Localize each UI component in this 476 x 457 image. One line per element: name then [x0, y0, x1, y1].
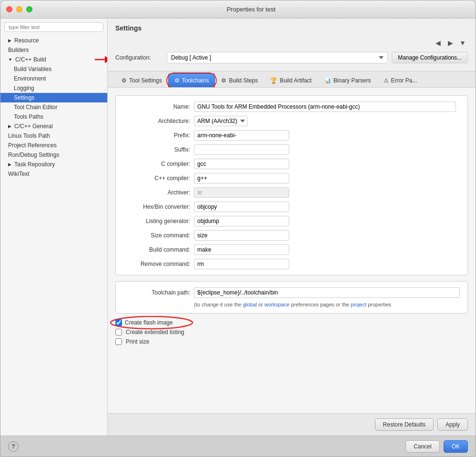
- sidebar-item-label: Tools Paths: [14, 113, 43, 120]
- sidebar-item-label: Environment: [14, 75, 46, 82]
- window: Properties for test ▶ Resource Builders …: [0, 0, 476, 457]
- c-compiler-row: C compiler:: [123, 159, 460, 169]
- tab-binary-parsers[interactable]: 📊 Binary Parsers: [318, 73, 377, 87]
- sidebar-item-task-repository[interactable]: ▶ Task Repository: [0, 160, 107, 169]
- hex-bin-label: Hex/Bin converter:: [123, 203, 190, 210]
- sidebar-search-input[interactable]: [4, 22, 103, 32]
- sidebar-item-label: WikiText: [8, 171, 30, 177]
- red-arrow-icon: [94, 55, 108, 64]
- sidebar-item-project-references[interactable]: Project References: [0, 141, 107, 150]
- archiver-row: Archiver:: [123, 187, 460, 198]
- help-button[interactable]: ?: [8, 441, 19, 452]
- nav-arrows: ◀ ▶ ▼: [433, 38, 468, 48]
- nav-dropdown-button[interactable]: ▼: [457, 38, 468, 48]
- toolchain-hint: (to change it use the global or workspac…: [123, 302, 460, 307]
- create-flash-image-label: Create flash image: [125, 319, 173, 326]
- nav-back-button[interactable]: ◀: [433, 38, 443, 48]
- sidebar-item-settings[interactable]: Settings: [0, 93, 107, 102]
- ok-button[interactable]: OK: [444, 440, 468, 453]
- minimize-button[interactable]: [16, 6, 22, 12]
- panel-title: Settings: [115, 24, 468, 32]
- create-extended-listing-checkbox[interactable]: [115, 329, 122, 335]
- sidebar-item-builders[interactable]: Builders: [0, 45, 107, 55]
- sidebar-item-linux-tools-path[interactable]: Linux Tools Path: [0, 131, 107, 141]
- traffic-lights: [6, 6, 32, 12]
- prefix-input[interactable]: [194, 130, 289, 141]
- sidebar-item-label: Run/Debug Settings: [8, 152, 59, 158]
- name-input[interactable]: [194, 102, 456, 112]
- sidebar-item-wikitext[interactable]: WikiText: [0, 169, 107, 179]
- suffix-input[interactable]: [194, 144, 289, 155]
- sidebar-item-label: Task Repository: [14, 161, 55, 168]
- nav-forward-button[interactable]: ▶: [445, 38, 456, 48]
- flash-image-checkbox-wrapper: Create flash image: [115, 319, 173, 326]
- hex-bin-input[interactable]: [194, 202, 289, 212]
- listing-gen-input[interactable]: [194, 216, 289, 226]
- sidebar-item-label: Logging: [14, 85, 34, 91]
- sidebar-item-cpp-general[interactable]: ▶ C/C++ General: [0, 122, 107, 131]
- toolchain-hint-project-link[interactable]: project: [351, 302, 366, 307]
- archiver-label: Archiver:: [123, 189, 190, 196]
- sidebar-search-wrapper: [4, 22, 103, 32]
- cancel-button[interactable]: Cancel: [405, 440, 439, 453]
- checkbox-print-size-row: Print size: [115, 338, 468, 345]
- content-area: Name: Architecture: ARM (AArch32): [108, 88, 476, 413]
- restore-defaults-button[interactable]: Restore Defaults: [375, 418, 434, 431]
- sidebar-item-tool-chain-editor[interactable]: Tool Chain Editor: [0, 102, 107, 112]
- sidebar-item-cpp-build-wrapper: ▼ C/C++ Build: [0, 55, 107, 64]
- footer-left: ?: [8, 441, 19, 452]
- archiver-input[interactable]: [194, 187, 289, 198]
- expand-triangle: ▶: [8, 162, 11, 167]
- c-compiler-input[interactable]: [194, 159, 289, 169]
- suffix-row: Suffix:: [123, 144, 460, 155]
- bottom-buttons: Restore Defaults Apply: [108, 413, 476, 436]
- build-cmd-input[interactable]: [194, 244, 289, 255]
- sidebar-item-resource[interactable]: ▶ Resource: [0, 36, 107, 45]
- listing-gen-row: Listing generator:: [123, 216, 460, 226]
- tab-toolchains[interactable]: ⚙ Toolchains: [168, 73, 215, 87]
- sidebar-item-logging[interactable]: Logging: [0, 83, 107, 93]
- sidebar-item-cpp-build[interactable]: ▼ C/C++ Build: [0, 55, 107, 64]
- sidebar-item-tools-paths[interactable]: Tools Paths: [0, 112, 107, 122]
- sidebar-item-run-debug[interactable]: Run/Debug Settings: [0, 150, 107, 160]
- main-content: ▶ Resource Builders ▼ C/C++ Build: [0, 19, 476, 436]
- create-flash-image-checkbox[interactable]: [115, 319, 122, 326]
- tab-error-pa[interactable]: ⚠ Error Pa...: [377, 73, 424, 87]
- tab-build-steps[interactable]: ⚙ Build Steps: [215, 73, 264, 87]
- checkbox-extended-listing-row: Create extended listing: [115, 329, 468, 335]
- remove-cmd-label: Remove command:: [123, 261, 190, 267]
- expand-triangle: ▶: [8, 124, 11, 129]
- suffix-label: Suffix:: [123, 146, 190, 153]
- toolchain-path-input[interactable]: [194, 287, 460, 298]
- sidebar-item-environment[interactable]: Environment: [0, 74, 107, 83]
- size-cmd-input[interactable]: [194, 230, 289, 241]
- name-row: Name:: [123, 102, 460, 112]
- print-size-label: Print size: [126, 338, 149, 345]
- tab-build-artifact[interactable]: 🏆 Build Artifact: [264, 73, 318, 87]
- listing-gen-label: Listing generator:: [123, 218, 190, 224]
- manage-configurations-button[interactable]: Manage Configurations...: [392, 52, 468, 63]
- apply-button[interactable]: Apply: [437, 418, 468, 431]
- close-button[interactable]: [6, 6, 12, 12]
- tool-settings-icon: ⚙: [122, 77, 127, 84]
- tab-tool-settings[interactable]: ⚙ Tool Settings: [115, 73, 168, 87]
- print-size-checkbox[interactable]: [115, 338, 122, 345]
- config-label: Configuration:: [115, 54, 163, 61]
- cpp-compiler-input[interactable]: [194, 173, 289, 183]
- remove-cmd-input[interactable]: [194, 259, 289, 269]
- arch-select[interactable]: ARM (AArch32): [194, 116, 248, 126]
- cpp-compiler-row: C++ compiler:: [123, 173, 460, 183]
- maximize-button[interactable]: [26, 6, 32, 12]
- toolchains-icon: ⚙: [174, 77, 180, 84]
- config-select[interactable]: Debug [ Active ]: [167, 52, 388, 63]
- sidebar-item-build-variables[interactable]: Build Variables: [0, 64, 107, 74]
- arch-label: Architecture:: [123, 118, 190, 124]
- checkboxes-section: Create flash image Create extended listi…: [115, 319, 468, 345]
- sidebar-item-label: Resource: [14, 37, 39, 44]
- expand-triangle: ▶: [8, 38, 11, 43]
- toolchain-hint-workspace-link[interactable]: workspace: [264, 302, 290, 307]
- config-row: Configuration: Debug [ Active ] Manage C…: [115, 52, 468, 63]
- toolchain-hint-global-link[interactable]: global: [243, 302, 257, 307]
- remove-cmd-row: Remove command:: [123, 259, 460, 269]
- panel-header: Settings ◀ ▶ ▼ Configuration: Debug [ Ac…: [108, 19, 476, 71]
